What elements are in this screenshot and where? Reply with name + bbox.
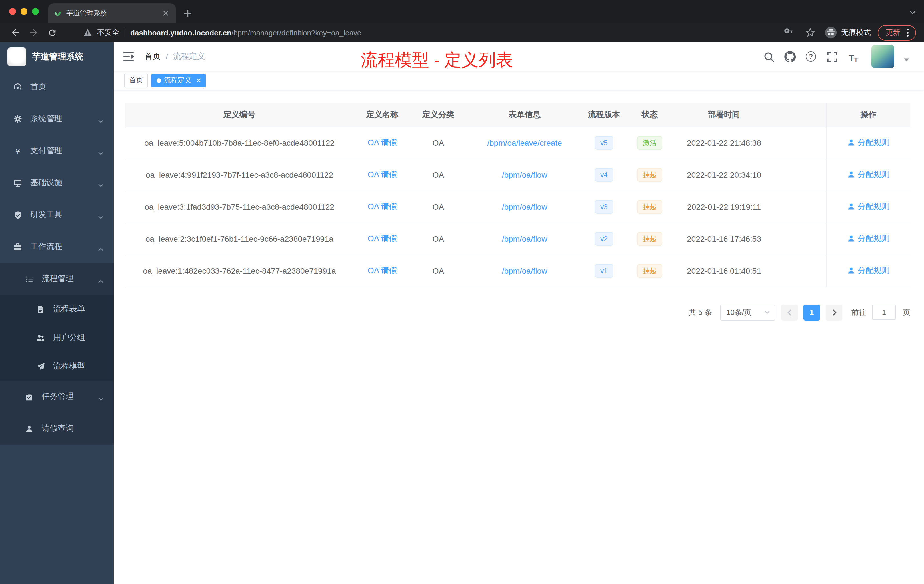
- person-icon: [847, 203, 855, 211]
- browser-tab-strip: 芋道管理系统: [0, 0, 924, 23]
- assign-rule-button[interactable]: 分配规则: [847, 234, 890, 244]
- sidebar-item-dev-tools[interactable]: 研发工具: [0, 199, 114, 231]
- form-info-link[interactable]: /bpm/oa/flow: [502, 170, 548, 180]
- send-icon: [35, 362, 46, 371]
- sidebar-item-leave-query[interactable]: 请假查询: [0, 412, 114, 445]
- tag-process-definition[interactable]: 流程定义: [152, 73, 206, 87]
- prev-page-button[interactable]: [781, 304, 798, 320]
- page-number-current[interactable]: 1: [804, 304, 820, 320]
- app-logo: 芋道管理系统: [0, 42, 114, 71]
- back-button[interactable]: [8, 25, 23, 40]
- sidebar-item-payment-management[interactable]: 支付管理: [0, 135, 114, 167]
- help-icon[interactable]: [805, 50, 817, 63]
- shield-icon: [13, 210, 23, 219]
- tab-search-chevron-icon[interactable]: [909, 7, 916, 17]
- sidebar-item-label: 研发工具: [30, 210, 62, 220]
- forward-button[interactable]: [26, 25, 41, 40]
- form-info-link[interactable]: /bpm/oa/flow: [502, 202, 548, 211]
- sidebar-item-process-model[interactable]: 流程模型: [0, 352, 114, 381]
- sidebar-item-infrastructure[interactable]: 基础设施: [0, 167, 114, 199]
- version-badge: v5: [594, 136, 613, 150]
- window-close-button[interactable]: [9, 8, 16, 15]
- password-key-icon[interactable]: [781, 25, 796, 40]
- window-zoom-button[interactable]: [32, 8, 39, 15]
- page-size-value: 10条/页: [726, 307, 751, 317]
- page-size-select[interactable]: 10条/页: [720, 304, 776, 320]
- browser-menu-icon[interactable]: [905, 28, 910, 37]
- sidebar-item-process-form[interactable]: 流程表单: [0, 295, 114, 323]
- sidebar-item-user-group[interactable]: 用户分组: [0, 323, 114, 352]
- cell-filler: [773, 159, 826, 191]
- sidebar-item-task-management[interactable]: 任务管理: [0, 381, 114, 412]
- sidebar-toggle-icon[interactable]: [124, 51, 135, 62]
- font-size-icon[interactable]: [847, 50, 860, 63]
- breadcrumb-home[interactable]: 首页: [145, 51, 160, 62]
- browser-tab[interactable]: 芋道管理系统: [48, 3, 176, 23]
- dashboard-icon: [13, 82, 23, 91]
- chevron-down-icon: [98, 148, 104, 157]
- tab-title: 芋道管理系统: [66, 8, 157, 18]
- sidebar-item-home[interactable]: 首页: [0, 71, 114, 103]
- main-area: 首页 / 流程定义: [114, 42, 924, 584]
- definition-name-link[interactable]: OA 请假: [368, 170, 397, 179]
- gear-icon: [13, 114, 23, 124]
- breadcrumb-current: 流程定义: [173, 51, 205, 62]
- yen-icon: [13, 146, 23, 155]
- definition-table: 定义编号 定义名称 定义分类 表单信息 流程版本 状态 部署时间 操作: [125, 103, 910, 287]
- sidebar-item-label: 用户分组: [53, 333, 85, 343]
- form-info-link[interactable]: /bpm/oa/flow: [502, 266, 548, 276]
- sidebar-item-process-management[interactable]: 流程管理: [0, 263, 114, 295]
- browser-update-button[interactable]: 更新: [878, 25, 916, 40]
- definition-name-link[interactable]: OA 请假: [368, 202, 397, 211]
- chevron-up-icon: [98, 276, 104, 285]
- definition-name-link[interactable]: OA 请假: [368, 266, 397, 275]
- page-goto-input[interactable]: [872, 305, 896, 320]
- form-info-link[interactable]: /bpm/oa/leave/create: [487, 138, 562, 147]
- table-row: oa_leave:2:3c1f0ef1-76b1-11ec-9c66-a2380…: [125, 223, 910, 255]
- bookmark-star-icon[interactable]: [803, 25, 818, 40]
- annotation-title: 流程模型 - 定义列表: [361, 49, 513, 72]
- form-info-link[interactable]: /bpm/oa/flow: [502, 234, 548, 243]
- cell-deploy-time: 2022-01-16 17:46:53: [675, 223, 773, 255]
- definition-name-link[interactable]: OA 请假: [368, 234, 397, 243]
- new-tab-button[interactable]: [180, 5, 195, 21]
- cell-filler: [773, 223, 826, 255]
- fullscreen-icon[interactable]: [826, 50, 838, 63]
- browser-toolbar: 不安全 dashboard.yudao.iocoder.cn/bpm/manag…: [0, 23, 924, 42]
- assign-rule-button[interactable]: 分配规则: [847, 170, 890, 180]
- next-page-button[interactable]: [826, 304, 842, 320]
- sidebar-item-label: 首页: [30, 82, 46, 92]
- tab-close-icon[interactable]: [161, 8, 170, 18]
- update-label: 更新: [886, 28, 900, 38]
- avatar-dropdown-caret-icon[interactable]: [904, 54, 909, 64]
- tag-home[interactable]: 首页: [124, 73, 148, 87]
- version-badge: v2: [594, 232, 613, 246]
- sidebar-item-label: 请假查询: [42, 424, 74, 434]
- logo-image: [7, 47, 26, 66]
- definition-name-link[interactable]: OA 请假: [368, 138, 397, 147]
- user-group-icon: [35, 333, 46, 342]
- chevron-down-icon: [98, 180, 104, 189]
- assign-rule-button[interactable]: 分配规则: [847, 138, 890, 148]
- chevron-up-icon: [98, 244, 104, 253]
- version-badge: v1: [594, 264, 613, 278]
- close-icon[interactable]: [194, 76, 203, 84]
- assign-rule-button[interactable]: 分配规则: [847, 266, 890, 276]
- briefcase-icon: [13, 242, 23, 251]
- column-header-process-version: 流程版本: [583, 103, 625, 127]
- sidebar-item-system-management[interactable]: 系统管理: [0, 103, 114, 135]
- assign-rule-button[interactable]: 分配规则: [847, 202, 890, 212]
- reload-button[interactable]: [45, 25, 59, 40]
- chevron-down-icon: [98, 116, 104, 125]
- window-controls: [0, 0, 48, 23]
- github-icon[interactable]: [784, 50, 796, 63]
- header-actions: [762, 45, 909, 68]
- chevron-down-icon: [764, 310, 770, 314]
- search-icon[interactable]: [762, 50, 775, 63]
- column-header-actions: 操作: [826, 103, 910, 127]
- cell-deploy-time: 2022-01-22 21:48:38: [675, 127, 773, 159]
- sidebar-item-workflow[interactable]: 工作流程: [0, 231, 114, 263]
- address-bar[interactable]: 不安全 dashboard.yudao.iocoder.cn/bpm/manag…: [83, 27, 771, 38]
- user-avatar[interactable]: [871, 45, 894, 68]
- window-minimize-button[interactable]: [21, 8, 27, 15]
